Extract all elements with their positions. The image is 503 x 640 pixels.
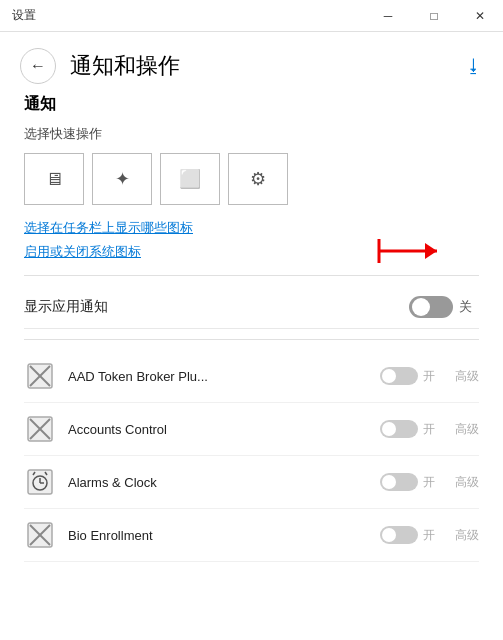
app-toggle-alarms[interactable]: 开 [380,473,439,491]
back-button[interactable]: ← [20,48,56,84]
show-app-notifications-toggle[interactable]: 关 [409,296,479,318]
app-toggle-bio[interactable]: 开 [380,526,439,544]
back-arrow-icon: ← [30,57,46,75]
app-name-accounts: Accounts Control [68,422,368,437]
red-arrow-annotation [369,233,449,273]
app-toggle-track-alarms [380,473,418,491]
quick-actions-label: 选择快速操作 [24,125,479,143]
app-state-bio: 开 [423,527,439,544]
title-bar-controls: ─ □ ✕ [365,0,503,32]
app-row-accounts: Accounts Control 开 高级 [24,403,479,456]
app-advanced-bio: 高级 [451,527,479,544]
close-button[interactable]: ✕ [457,0,503,32]
quick-actions-grid: 🖥 ✦ ⬜ ⚙ [24,153,479,205]
app-icon-bio [24,519,56,551]
quick-action-display2[interactable]: ⬜ [160,153,220,205]
main-content: 通知 选择快速操作 🖥 ✦ ⬜ ⚙ 选择在任务栏上显示哪些图标 启用或关闭系统图… [0,94,503,640]
toggle-state-label: 关 [459,298,479,316]
quick-action-brightness[interactable]: ✦ [92,153,152,205]
title-bar: 设置 ─ □ ✕ [0,0,503,32]
app-toggle-thumb-alarms [382,475,396,489]
header: ← 通知和操作 ⭳ [0,32,503,94]
show-app-notifications-row: 显示应用通知 关 [24,286,479,329]
app-toggle-thumb-accounts [382,422,396,436]
app-name-aad: AAD Token Broker Plu... [68,369,368,384]
app-name-alarms: Alarms & Clock [68,475,368,490]
app-toggle-track-aad [380,367,418,385]
window: 设置 ─ □ ✕ ← 通知和操作 ⭳ 通知 选择快速操作 🖥 ✦ ⬜ ⚙ [0,0,503,640]
app-toggle-thumb-aad [382,369,396,383]
show-app-notifications-label: 显示应用通知 [24,298,409,316]
app-toggle-track-bio [380,526,418,544]
app-row-aad: AAD Token Broker Plu... 开 高级 [24,350,479,403]
app-state-accounts: 开 [423,421,439,438]
maximize-button[interactable]: □ [411,0,457,32]
app-toggle-accounts[interactable]: 开 [380,420,439,438]
app-advanced-alarms: 高级 [451,474,479,491]
app-advanced-accounts: 高级 [451,421,479,438]
page-title: 通知和操作 [70,51,180,81]
app-icon-accounts [24,413,56,445]
pin-icon[interactable]: ⭳ [465,56,483,77]
app-toggle-thumb-bio [382,528,396,542]
app-row-alarms: Alarms & Clock 开 高级 [24,456,479,509]
toggle-thumb [412,298,430,316]
divider-2 [24,339,479,340]
app-state-alarms: 开 [423,474,439,491]
app-icon-aad [24,360,56,392]
quick-action-monitor[interactable]: 🖥 [24,153,84,205]
title-bar-text: 设置 [12,7,36,24]
app-icon-alarms [24,466,56,498]
app-toggle-aad[interactable]: 开 [380,367,439,385]
minimize-button[interactable]: ─ [365,0,411,32]
toggle-track [409,296,453,318]
divider-1 [24,275,479,276]
app-toggle-track-accounts [380,420,418,438]
system-icons-link[interactable]: 启用或关闭系统图标 [24,243,141,261]
content-area: ← 通知和操作 ⭳ 通知 选择快速操作 🖥 ✦ ⬜ ⚙ 选择在任务栏上显示哪些图… [0,32,503,640]
app-row-bio: Bio Enrollment 开 高级 [24,509,479,562]
app-advanced-aad: 高级 [451,368,479,385]
quick-action-settings[interactable]: ⚙ [228,153,288,205]
app-state-aad: 开 [423,368,439,385]
svg-marker-1 [425,243,437,259]
section-title-notifications: 通知 [24,94,479,115]
app-name-bio: Bio Enrollment [68,528,368,543]
